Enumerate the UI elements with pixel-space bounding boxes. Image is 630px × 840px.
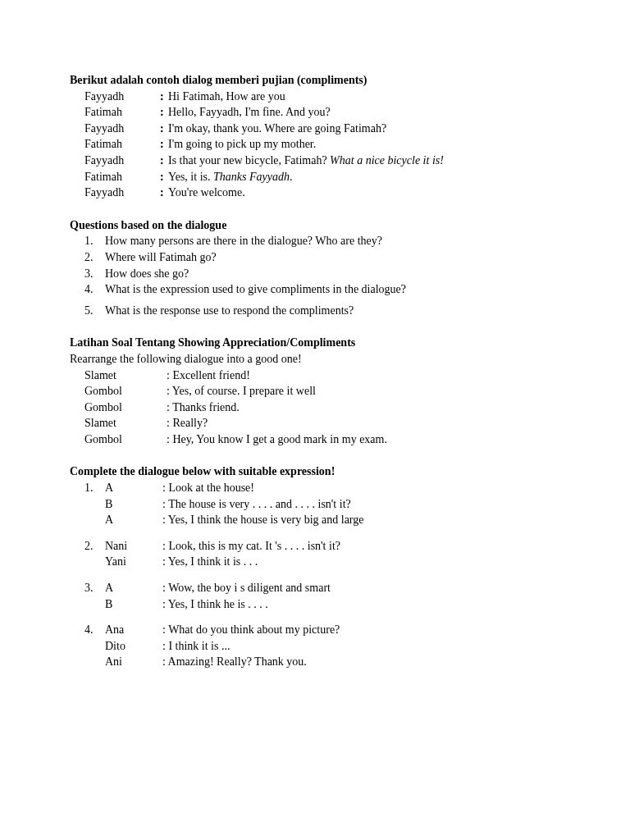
question-row: 4.What is the expression used to give co…	[84, 281, 560, 298]
speaker-name: Fayyadh	[84, 185, 160, 201]
dialogue-block-1: Fayyadh: Hi Fatimah, How are youFatimah:…	[70, 89, 560, 201]
complete-row: Dito: I think it is ...	[84, 638, 560, 655]
dialogue-text: : Amazing! Really? Thank you.	[162, 654, 560, 670]
speaker-name: A	[105, 512, 162, 528]
item-number: 4.	[84, 622, 105, 638]
speaker-name: Fayyadh	[84, 89, 160, 105]
complete-row: 4.Ana: What do you think about my pictur…	[84, 622, 560, 638]
question-text: How does she go?	[105, 266, 560, 282]
dialogue-row: Slamet: Really?	[84, 415, 560, 431]
dialogue-text: Yes, it is. Thanks Fayyadh.	[168, 169, 560, 185]
question-text: Where will Fatimah go?	[105, 249, 560, 266]
speaker-name: Ana	[105, 622, 162, 638]
section2-title: Questions based on the dialogue	[70, 217, 560, 234]
complete-row: B: Yes, I think he is . . . .	[84, 596, 560, 613]
dialogue-row: Gombol: Yes, of course. I prepare it wel…	[84, 383, 560, 399]
dialogue-text: : Yes, I think he is . . . .	[162, 596, 560, 613]
dialogue-text: I'm going to pick up my mother.	[168, 136, 560, 153]
dialogue-text: : The house is very . . . . and . . . . …	[162, 496, 560, 513]
speaker-name: Gombol	[84, 383, 167, 399]
complete-row: Ani: Amazing! Really? Thank you.	[84, 654, 560, 670]
section3-subtitle: Rearrange the following dialogue into a …	[70, 351, 560, 368]
complete-row: B: The house is very . . . . and . . . .…	[84, 496, 560, 513]
dialogue-row: Slamet: Excellent friend!	[84, 368, 560, 384]
dialogue-text: I'm okay, thank you. Where are going Fat…	[168, 121, 560, 137]
speaker-name: Fayyadh	[84, 121, 160, 137]
dialogue-text: Hello, Fayyadh, I'm fine. And you?	[168, 104, 560, 121]
speaker-name: Ani	[105, 654, 162, 670]
dialogue-row: Fatimah: I'm going to pick up my mother.	[84, 136, 560, 153]
colon: :	[160, 89, 168, 105]
colon: :	[160, 104, 168, 121]
speaker-name: Fayyadh	[84, 153, 160, 169]
question-number: 5.	[84, 303, 105, 319]
colon: :	[160, 153, 168, 169]
speaker-name: Fatimah	[84, 169, 160, 185]
question-row: 1.How many persons are there in the dial…	[84, 233, 560, 249]
dialogue-row: Gombol: Thanks friend.	[84, 399, 560, 416]
question-row: 3.How does she go?	[84, 266, 560, 282]
speaker-name: Nani	[105, 538, 162, 555]
dialogue-text: : Really?	[167, 415, 208, 431]
complete-row: 1.A: Look at the house!	[84, 480, 560, 496]
dialogue-text: : Yes, of course. I prepare it well	[167, 383, 316, 399]
dialogue-row: Fayyadh: Hi Fatimah, How are you	[84, 89, 560, 105]
questions-list: 1.How many persons are there in the dial…	[84, 233, 560, 318]
item-number	[84, 654, 105, 670]
dialogue-row: Fatimah: Hello, Fayyadh, I'm fine. And y…	[84, 104, 560, 121]
question-row: 2.Where will Fatimah go?	[84, 249, 560, 266]
dialogue-row: Fatimah: Yes, it is. Thanks Fayyadh.	[84, 169, 560, 185]
item-number: 1.	[84, 480, 105, 496]
colon: :	[160, 185, 168, 201]
speaker-name: Fatimah	[84, 104, 160, 121]
complete-exercise: 1.A: Look at the house!B: The house is v…	[70, 480, 560, 680]
question-row: 5.What is the response use to respond th…	[84, 303, 560, 319]
dialogue-text: You're welcome.	[168, 185, 560, 201]
colon: :	[160, 136, 168, 153]
item-number	[84, 512, 105, 528]
colon: :	[160, 169, 168, 185]
question-text: What is the expression used to give comp…	[105, 281, 560, 298]
dialogue-text: : I think it is ...	[162, 638, 560, 655]
item-number: 3.	[84, 580, 105, 596]
speaker-name: A	[105, 480, 162, 496]
item-number	[84, 638, 105, 655]
question-text: How many persons are there in the dialog…	[105, 233, 560, 249]
question-number: 2.	[84, 249, 105, 266]
dialogue-text: : Thanks friend.	[167, 399, 240, 416]
dialogue-text: Hi Fatimah, How are you	[168, 89, 560, 105]
dialogue-text: : Look, this is my cat. It 's . . . . is…	[162, 538, 560, 555]
speaker-name: B	[105, 596, 162, 613]
speaker-name: B	[105, 496, 162, 513]
complete-row: 3.A: Wow, the boy i s diligent and smart	[84, 580, 560, 596]
colon: :	[160, 121, 168, 137]
item-number	[84, 554, 105, 570]
question-number: 1.	[84, 233, 105, 249]
dialogue-text: : What do you think about my picture?	[162, 622, 560, 638]
section1-title: Berikut adalah contoh dialog memberi puj…	[70, 72, 560, 89]
section3-title: Latihan Soal Tentang Showing Appreciatio…	[70, 335, 560, 351]
dialogue-text: : Yes, I think the house is very big and…	[162, 512, 560, 528]
dialogue-row: Fayyadh: I'm okay, thank you. Where are …	[84, 121, 560, 137]
dialogue-text: : Look at the house!	[162, 480, 560, 496]
item-number	[84, 496, 105, 513]
question-number: 4.	[84, 281, 105, 298]
dialogue-row: Fayyadh: You're welcome.	[84, 185, 560, 201]
dialogue-block-3: Slamet: Excellent friend!Gombol: Yes, of…	[70, 368, 560, 448]
speaker-name: A	[105, 580, 162, 596]
speaker-name: Yani	[105, 554, 162, 570]
speaker-name: Gombol	[84, 399, 167, 416]
dialogue-row: Fayyadh: Is that your new bicycle, Fatim…	[84, 153, 560, 169]
complete-row: 2.Nani: Look, this is my cat. It 's . . …	[84, 538, 560, 555]
dialogue-text: : Excellent friend!	[167, 368, 250, 384]
dialogue-text: : Hey, You know I get a good mark in my …	[167, 431, 387, 448]
speaker-name: Slamet	[84, 415, 167, 431]
dialogue-text: : Wow, the boy i s diligent and smart	[162, 580, 560, 596]
dialogue-text: Is that your new bicycle, Fatimah? What …	[168, 153, 560, 169]
speaker-name: Slamet	[84, 368, 167, 384]
question-number: 3.	[84, 266, 105, 282]
speaker-name: Dito	[105, 638, 162, 655]
question-text: What is the response use to respond the …	[105, 303, 560, 319]
item-number: 2.	[84, 538, 105, 555]
dialogue-row: Gombol: Hey, You know I get a good mark …	[84, 431, 560, 448]
